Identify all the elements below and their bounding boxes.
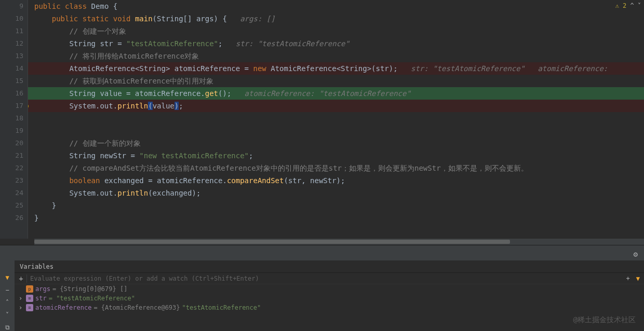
minus-icon[interactable]: − <box>5 286 9 294</box>
variable-row[interactable]: › ≡ atomicReference = {AtomicReference@6… <box>15 303 644 312</box>
copy-icon[interactable]: ⧉ <box>5 324 10 331</box>
gear-icon[interactable]: ⚙ <box>634 250 638 258</box>
expand-icon[interactable]: ▼ <box>636 275 644 282</box>
variable-row[interactable]: › ≡ str = "testAtomicReference" <box>15 294 644 303</box>
chevron-right-icon[interactable]: › <box>19 304 26 311</box>
debug-sidebar: ▼ − ˄ ˅ ⧉ <box>0 260 15 331</box>
debug-panel: ▼ − ˄ ˅ ⧉ Variables + Evaluate expressio… <box>0 260 644 331</box>
object-icon: ≡ <box>26 295 33 302</box>
down-icon[interactable]: ˅ <box>6 311 9 319</box>
scrollbar-thumb[interactable] <box>34 240 510 244</box>
primitive-icon: p <box>26 285 33 293</box>
evaluate-row: + Evaluate expression (Enter) or add a w… <box>15 273 644 284</box>
panel-divider[interactable] <box>0 245 644 249</box>
line-number-gutter[interactable]: 9 10 11 12 13 14 15 16 17 18 19 20 21 22… <box>0 0 28 239</box>
add-icon[interactable]: + <box>626 275 636 282</box>
evaluate-input[interactable]: Evaluate expression (Enter) or add a wat… <box>27 275 626 282</box>
collapse-icon[interactable]: ▼ <box>5 274 9 281</box>
object-icon: ≡ <box>26 304 33 311</box>
up-icon[interactable]: ˄ <box>6 299 9 306</box>
variables-tab[interactable]: Variables <box>15 260 644 273</box>
editor-area: ⚠ 2 ^ ˅ 9 10 11 12 13 14 15 16 17 18 19 … <box>0 0 644 239</box>
chevron-right-icon[interactable]: › <box>19 295 26 302</box>
watermark: @稀土掘金技术社区 <box>573 315 636 325</box>
horizontal-scrollbar[interactable] <box>34 239 644 245</box>
code-editor[interactable]: ▶public class Demo { ▶ public static voi… <box>28 0 644 239</box>
add-watch-button[interactable]: + <box>16 274 27 283</box>
variable-row[interactable]: p args = {String[0]@679} [] <box>15 284 644 294</box>
debug-toolbar: ⚙ <box>0 249 644 260</box>
